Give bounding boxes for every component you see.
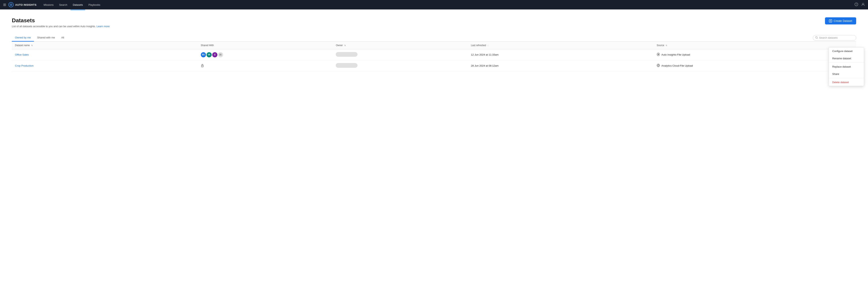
tab-all[interactable]: All bbox=[58, 34, 67, 42]
nav-missions[interactable]: Missions bbox=[41, 2, 56, 7]
crop-production-link[interactable]: Crop Production bbox=[15, 64, 34, 67]
office-sales-link[interactable]: Office Sales bbox=[15, 53, 29, 56]
search-datasets-box[interactable] bbox=[813, 35, 856, 41]
navbar-right: ? bbox=[855, 3, 865, 7]
logo-icon bbox=[8, 2, 13, 7]
svg-point-15 bbox=[658, 65, 659, 66]
navbar: ⊞ AUTO INSIGHTS Missions Search Datasets… bbox=[0, 0, 868, 9]
plus-icon bbox=[829, 19, 832, 23]
tabs-bar: Owned by me Shared with me All bbox=[12, 34, 856, 42]
cell-owner bbox=[333, 60, 468, 71]
owner-pill bbox=[336, 63, 358, 68]
app-logo: AUTO INSIGHTS bbox=[8, 2, 36, 7]
lock-icon bbox=[201, 65, 204, 68]
nav-search[interactable]: Search bbox=[57, 2, 70, 7]
datasets-table: Dataset name ⇅ Shared With Owner ⇅ Last … bbox=[12, 42, 856, 71]
table-header: Dataset name ⇅ Shared With Owner ⇅ Last … bbox=[12, 42, 856, 49]
context-menu-replace[interactable]: Replace dataset bbox=[829, 63, 864, 70]
sort-icon-refreshed[interactable]: ↓ bbox=[488, 44, 489, 46]
nav-datasets[interactable]: Datasets bbox=[70, 2, 85, 7]
grid-icon[interactable]: ⊞ bbox=[3, 3, 6, 7]
table-row: Office Sales BS VA IZ 21 bbox=[12, 49, 856, 60]
context-menu-share[interactable]: Share bbox=[829, 70, 864, 78]
nav-playbooks[interactable]: Playbooks bbox=[86, 2, 102, 7]
col-header-shared: Shared With bbox=[198, 42, 333, 49]
tabs: Owned by me Shared with me All bbox=[12, 34, 67, 41]
cell-dataset-name: Office Sales bbox=[12, 49, 198, 60]
svg-point-1 bbox=[11, 4, 11, 5]
help-icon[interactable]: ? bbox=[855, 3, 858, 7]
search-input[interactable] bbox=[819, 36, 854, 39]
cell-source: Auto Insights-File Upload bbox=[654, 49, 823, 60]
analytics-cloud-icon bbox=[657, 64, 660, 68]
cell-source: Analytics Cloud-File Upload bbox=[654, 60, 823, 71]
cell-last-refreshed: 12 Jun 2024 at 11:33am bbox=[468, 49, 654, 60]
sort-icon-name[interactable]: ⇅ bbox=[31, 44, 33, 46]
source-cell: Auto Insights-File Upload bbox=[657, 53, 819, 57]
learn-more-link[interactable]: Learn more bbox=[96, 25, 110, 28]
nav-items: Missions Search Datasets Playbooks bbox=[41, 2, 853, 7]
tab-owned-by-me[interactable]: Owned by me bbox=[12, 34, 34, 42]
col-header-name: Dataset name ⇅ bbox=[12, 42, 198, 49]
svg-line-9 bbox=[817, 38, 818, 39]
search-icon bbox=[815, 36, 818, 39]
svg-text:?: ? bbox=[856, 3, 857, 5]
page-title-section: Datasets List of all datasets accessible… bbox=[12, 17, 110, 28]
auto-insights-icon bbox=[657, 53, 660, 57]
context-menu-delete[interactable]: Delete dataset bbox=[829, 79, 864, 86]
page-subtitle: List of all datasets accessible to you a… bbox=[12, 25, 110, 28]
sort-icon-owner[interactable]: ⇅ bbox=[344, 44, 346, 46]
avatar: VA bbox=[207, 52, 212, 57]
svg-point-8 bbox=[815, 36, 817, 38]
page-title: Datasets bbox=[12, 17, 110, 24]
avatars-group: BS VA IZ 21 bbox=[201, 52, 330, 57]
avatar: IZ bbox=[212, 52, 217, 57]
svg-point-11 bbox=[658, 54, 659, 55]
table-body: Office Sales BS VA IZ 21 bbox=[12, 49, 856, 71]
col-header-owner: Owner ⇅ bbox=[333, 42, 468, 49]
avatar-count: 21 bbox=[218, 52, 223, 57]
cell-shared-with: BS VA IZ 21 bbox=[198, 49, 333, 60]
table-row: Crop Production 28 Jun 2024 at 08:12am bbox=[12, 60, 856, 71]
svg-point-13 bbox=[202, 66, 203, 66]
user-icon[interactable] bbox=[861, 3, 865, 7]
sort-icon-source[interactable]: ⇅ bbox=[665, 44, 667, 46]
avatar: BS bbox=[201, 52, 206, 57]
tab-shared-with-me[interactable]: Shared with me bbox=[34, 34, 58, 42]
cell-dataset-name: Crop Production bbox=[12, 60, 198, 71]
col-header-source: Source ⇅ bbox=[654, 42, 823, 49]
context-menu-configure[interactable]: Configure dataset bbox=[829, 47, 864, 55]
app-name: AUTO INSIGHTS bbox=[15, 3, 36, 6]
cell-owner bbox=[333, 49, 468, 60]
context-menu-divider-2 bbox=[829, 78, 864, 78]
page-header: Datasets List of all datasets accessible… bbox=[12, 17, 856, 28]
context-menu: Configure dataset Rename dataset Replace… bbox=[829, 47, 864, 86]
owner-pill bbox=[336, 52, 358, 57]
col-header-refreshed: Last refreshed ↓ bbox=[468, 42, 654, 49]
main-content: Datasets List of all datasets accessible… bbox=[0, 9, 868, 291]
cell-last-refreshed: 28 Jun 2024 at 08:12am bbox=[468, 60, 654, 71]
cell-shared-with bbox=[198, 60, 333, 71]
table-header-row: Dataset name ⇅ Shared With Owner ⇅ Last … bbox=[12, 42, 856, 49]
context-menu-rename[interactable]: Rename dataset bbox=[829, 55, 864, 62]
source-cell: Analytics Cloud-File Upload bbox=[657, 64, 819, 68]
create-dataset-button[interactable]: Create Dataset bbox=[825, 17, 856, 25]
